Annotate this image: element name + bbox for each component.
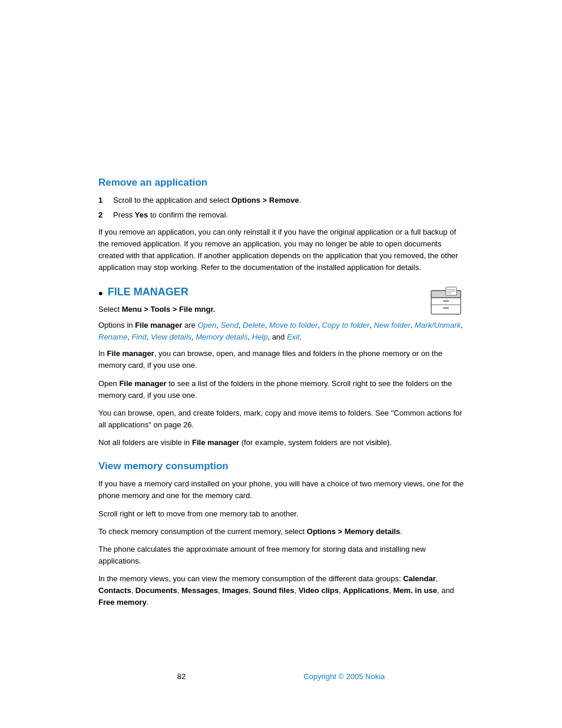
file-manager-para-2: Open File manager to see a list of the f…	[98, 378, 464, 401]
file-manager-section: • FILE MANAGER Select Menu > Tools > Fil…	[98, 286, 464, 449]
step-2: 2 Press Yes to confirm the removal.	[98, 209, 464, 221]
step-1-text: Scroll to the application and select Opt…	[113, 195, 301, 206]
view-memory-para-2: Scroll right or left to move from one me…	[98, 508, 464, 520]
file-manager-para-3: You can browse, open, and create folders…	[98, 407, 464, 431]
file-manager-para-1: In File manager, you can browse, open, a…	[98, 348, 464, 371]
step-2-number: 2	[98, 209, 110, 221]
file-manager-nav: Select Menu > Tools > File mngr.	[98, 304, 464, 315]
remove-app-body: If you remove an application, you can on…	[98, 226, 464, 274]
steps-list: 1 Scroll to the application and select O…	[98, 195, 464, 220]
file-manager-header: • FILE MANAGER	[98, 286, 464, 300]
page-footer: 82 Copyright © 2005 Nokia	[0, 672, 562, 681]
view-memory-para-5: In the memory views, you can view the me…	[98, 573, 464, 608]
svg-rect-4	[443, 300, 449, 302]
file-manager-options: Options in File manager are Open, Send, …	[98, 319, 464, 343]
view-memory-section: View memory consumption If you have a me…	[98, 460, 464, 608]
step-1-number: 1	[98, 195, 110, 206]
content-area: Remove an application 1 Scroll to the ap…	[98, 0, 464, 674]
view-memory-para-3: To check memory consumption of the curre…	[98, 526, 464, 538]
view-memory-title: View memory consumption	[98, 460, 464, 472]
step-2-text: Press Yes to confirm the removal.	[113, 209, 228, 221]
copyright-text: Copyright © 2005 Nokia	[303, 672, 385, 681]
page-number: 82	[177, 672, 186, 681]
remove-application-title: Remove an application	[98, 177, 464, 189]
view-memory-para-4: The phone calculates the approximate amo…	[98, 543, 464, 567]
step-1: 1 Scroll to the application and select O…	[98, 195, 464, 206]
svg-rect-5	[443, 307, 449, 309]
bullet-dot: •	[98, 287, 103, 300]
file-manager-para-4: Not all folders are visible in File mana…	[98, 437, 464, 449]
page: Remove an application 1 Scroll to the ap…	[0, 0, 562, 728]
remove-application-section: Remove an application 1 Scroll to the ap…	[98, 177, 464, 274]
file-manager-title: FILE MANAGER	[108, 286, 189, 298]
file-manager-icon	[428, 286, 464, 318]
view-memory-para-1: If you have a memory card installed on y…	[98, 478, 464, 502]
